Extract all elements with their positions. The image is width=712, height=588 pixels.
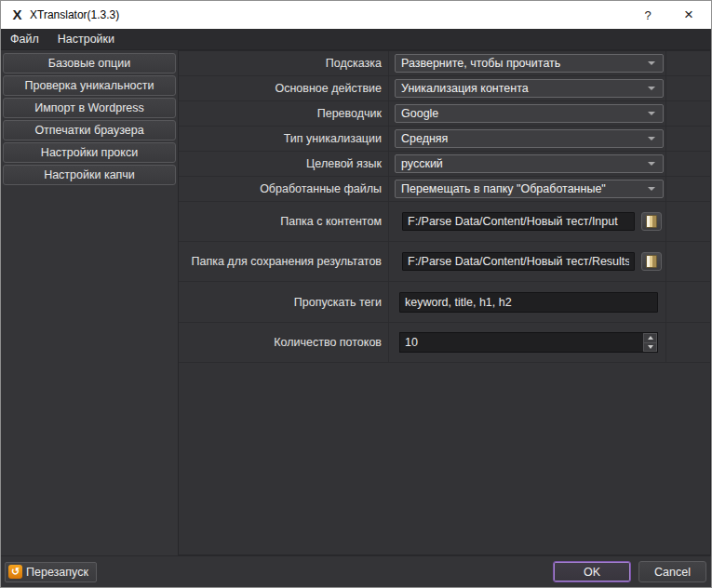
hint-dropdown[interactable]: Разверните, чтобы прочитать xyxy=(395,54,664,73)
control-cell xyxy=(389,242,666,281)
sidebar-item-browser-fingerprints[interactable]: Отпечатки браузера xyxy=(3,120,176,140)
content-folder-browse-button[interactable] xyxy=(641,212,662,231)
main-action-dropdown[interactable]: Уникализация контента xyxy=(395,79,664,98)
form-row-hint: ПодсказкаРазверните, чтобы прочитать xyxy=(179,51,710,76)
form-row-thread-count: Количество потоков xyxy=(179,323,710,363)
content-area: Базовые опцииПроверка уникальностиИмпорт… xyxy=(1,50,711,555)
label-cell: Обработанные файлы xyxy=(179,177,389,201)
translator-label: Переводчик xyxy=(317,107,382,120)
control-cell: Google xyxy=(389,101,666,126)
label-cell: Подсказка xyxy=(179,51,389,75)
label-cell: Тип уникализации xyxy=(179,127,389,151)
chevron-down-icon xyxy=(648,112,655,115)
restart-button-label: Перезапуск xyxy=(26,566,88,579)
control-cell xyxy=(389,323,666,362)
label-cell: Пропускать теги xyxy=(179,282,389,322)
control-cell: Перемещать в папку "Обработанные" xyxy=(389,177,666,201)
control-cell xyxy=(389,282,666,322)
chevron-down-icon xyxy=(648,187,655,191)
processed-files-dropdown[interactable]: Перемещать в папку "Обработанные" xyxy=(395,180,664,198)
right-spacer-cell xyxy=(666,202,710,241)
spin-up-button[interactable] xyxy=(643,333,657,343)
window-title: XTranslator(1.3.3) xyxy=(30,8,119,21)
label-cell: Папка для сохранения результатов xyxy=(179,242,389,281)
menu-item-file[interactable]: Файл xyxy=(1,30,48,48)
form-row-target-language: Целевой языкрусский xyxy=(179,152,710,177)
hint-label: Подсказка xyxy=(326,57,382,70)
menu-bar: Файл Настройки xyxy=(1,29,711,50)
sidebar-item-proxy-settings[interactable]: Настройки прокси xyxy=(3,142,176,163)
skip-tags-input[interactable] xyxy=(399,292,658,313)
target-language-selected-value: русский xyxy=(401,157,642,170)
spin-down-button[interactable] xyxy=(643,343,657,353)
label-cell: Переводчик xyxy=(179,101,389,126)
uniqueness-type-selected-value: Средняя xyxy=(401,132,642,145)
chevron-down-icon xyxy=(648,162,655,166)
app-window: X XTranslator(1.3.3) ? × Файл Настройки … xyxy=(0,0,712,588)
bottom-bar: ↺ Перезапуск OK Cancel xyxy=(1,555,711,587)
sidebar-item-basic-options[interactable]: Базовые опции xyxy=(3,53,176,74)
open-folder-icon xyxy=(646,255,657,268)
restart-button[interactable]: ↺ Перезапуск xyxy=(5,562,97,582)
sidebar-item-uniqueness-check[interactable]: Проверка уникальности xyxy=(3,75,176,96)
app-logo-icon: X xyxy=(9,7,24,22)
content-folder-input[interactable] xyxy=(402,212,635,231)
chevron-down-icon xyxy=(648,137,655,140)
main-action-label: Основное действие xyxy=(275,82,382,95)
sidebar-item-wordpress-import[interactable]: Импорт в Wordpress xyxy=(3,98,176,118)
title-bar: X XTranslator(1.3.3) ? × xyxy=(1,1,711,29)
chevron-down-icon xyxy=(648,87,655,90)
label-cell: Целевой язык xyxy=(179,152,389,176)
thread-count-input[interactable] xyxy=(400,333,643,352)
form-row-processed-files: Обработанные файлыПеремещать в папку "Об… xyxy=(179,177,710,202)
cancel-button[interactable]: Cancel xyxy=(638,561,706,582)
results-folder-label: Папка для сохранения результатов xyxy=(191,255,382,268)
form-row-main-action: Основное действиеУникализация контента xyxy=(179,76,710,101)
control-cell: русский xyxy=(389,152,666,176)
right-spacer-cell xyxy=(666,51,710,75)
control-cell xyxy=(389,202,666,241)
empty-area xyxy=(179,363,710,555)
results-folder-browse-button[interactable] xyxy=(641,252,662,271)
help-button[interactable]: ? xyxy=(627,1,668,29)
right-spacer-cell xyxy=(666,127,710,151)
translator-selected-value: Google xyxy=(401,107,642,120)
ok-button[interactable]: OK xyxy=(553,561,631,582)
control-cell: Средняя xyxy=(389,127,666,151)
processed-files-label: Обработанные файлы xyxy=(260,182,382,195)
chevron-down-icon xyxy=(648,61,655,65)
menu-item-settings[interactable]: Настройки xyxy=(48,30,124,48)
form-row-results-folder: Папка для сохранения результатов xyxy=(179,242,710,282)
skip-tags-label: Пропускать теги xyxy=(294,296,382,309)
main-action-selected-value: Уникализация контента xyxy=(401,82,642,95)
chevron-up-icon xyxy=(648,336,653,340)
right-spacer-cell xyxy=(666,101,710,126)
right-spacer-cell xyxy=(666,282,710,322)
right-spacer-cell xyxy=(666,76,710,100)
right-spacer-cell xyxy=(666,242,710,281)
uniqueness-type-dropdown[interactable]: Средняя xyxy=(395,129,664,148)
close-icon[interactable]: × xyxy=(668,1,709,29)
hint-selected-value: Разверните, чтобы прочитать xyxy=(401,57,642,70)
thread-count-label: Количество потоков xyxy=(274,336,382,349)
target-language-label: Целевой язык xyxy=(306,157,382,170)
label-cell: Папка с контентом xyxy=(179,202,389,241)
open-folder-icon xyxy=(646,215,657,228)
results-folder-input[interactable] xyxy=(402,252,635,271)
uniqueness-type-label: Тип уникализации xyxy=(284,132,382,145)
right-spacer-cell xyxy=(666,152,710,176)
form-row-content-folder: Папка с контентом xyxy=(179,202,710,242)
main-panel: ПодсказкаРазверните, чтобы прочитатьОсно… xyxy=(178,50,711,555)
sidebar-item-captcha-settings[interactable]: Настройки капчи xyxy=(3,165,176,185)
target-language-dropdown[interactable]: русский xyxy=(395,154,664,173)
spinner-buttons xyxy=(643,333,657,352)
restart-icon: ↺ xyxy=(8,565,22,579)
label-cell: Основное действие xyxy=(179,76,389,100)
form-row-uniqueness-type: Тип уникализацииСредняя xyxy=(179,127,710,152)
content-folder-label: Папка с контентом xyxy=(280,215,382,228)
translator-dropdown[interactable]: Google xyxy=(395,104,664,123)
thread-count-spinner xyxy=(399,332,658,353)
right-spacer-cell xyxy=(666,323,710,362)
right-spacer-cell xyxy=(666,177,710,201)
form-grid: ПодсказкаРазверните, чтобы прочитатьОсно… xyxy=(179,51,710,363)
